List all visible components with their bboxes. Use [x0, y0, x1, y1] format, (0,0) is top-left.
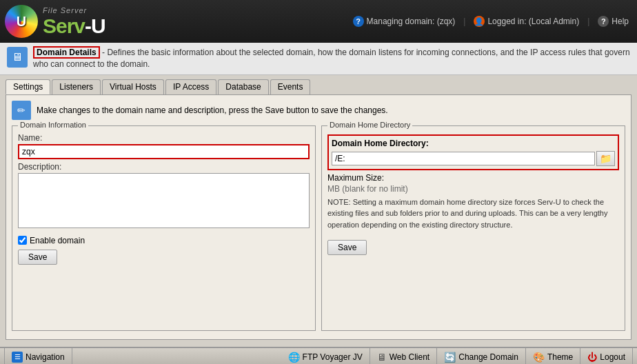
domain-information-panel: Domain Information Name: Description: En… [12, 125, 316, 331]
description-label: Description: [18, 162, 310, 172]
enable-domain-checkbox[interactable] [18, 236, 27, 245]
save-hint: ✏ Make changes to the domain name and de… [12, 101, 625, 120]
save-button-left[interactable]: Save [18, 250, 57, 265]
managing-domain-icon: ? [353, 16, 364, 27]
tab-ip-access[interactable]: IP Access [165, 79, 216, 94]
domain-details-title: Domain Details [33, 46, 100, 59]
home-dir-box: Domain Home Directory: 📁 [327, 134, 619, 170]
navigation-icon: ☰ [12, 352, 23, 363]
theme-button[interactable]: 🎨 Theme [526, 348, 580, 364]
save-hint-text: Make changes to the domain name and desc… [37, 105, 388, 115]
header-right: ? Managing domain: (zqx) | 👤 Logged in: … [353, 16, 629, 27]
theme-label: Theme [547, 352, 573, 362]
enable-domain-label: Enable domain [30, 236, 85, 245]
navigation-label: Navigation [26, 352, 65, 362]
help-icon: ? [598, 16, 609, 27]
web-client-button[interactable]: 🖥 Web Client [370, 348, 437, 364]
logo-area: U File Server Serv-U [0, 0, 105, 43]
save-button-right[interactable]: Save [327, 240, 367, 255]
domain-home-directory-title: Domain Home Directory [327, 121, 412, 129]
domain-bar: 🖥 Domain Details - Defines the basic inf… [0, 43, 637, 75]
domain-bar-description: Defines the basic information about the … [33, 48, 630, 69]
managing-domain-link[interactable]: ? Managing domain: (zqx) [353, 16, 456, 27]
help-text: Help [611, 17, 629, 26]
ftp-voyager-label: FTP Voyager JV [303, 352, 363, 362]
logo-circle: U [5, 5, 38, 38]
tabs: Settings Listeners Virtual Hosts IP Acce… [6, 79, 631, 94]
ftp-voyager-icon: 🌐 [288, 352, 300, 363]
logout-label: Logout [600, 352, 625, 362]
tab-content: ✏ Make changes to the domain name and de… [6, 94, 631, 340]
logout-button[interactable]: ⏻ Logout [580, 348, 633, 364]
tab-events[interactable]: Events [270, 79, 311, 94]
description-textarea[interactable] [18, 173, 310, 228]
logout-icon: ⏻ [587, 352, 597, 363]
brand-label: Serv-U [43, 16, 105, 37]
header: U File Server Serv-U ? Managing domain: … [0, 0, 637, 43]
home-dir-label: Domain Home Directory: [332, 139, 615, 148]
footer: ☰ Navigation 🌐 FTP Voyager JV 🖥 Web Clie… [0, 347, 637, 364]
name-input[interactable] [18, 144, 310, 159]
theme-icon: 🎨 [533, 352, 545, 363]
logo-icon: U [0, 0, 43, 43]
main-content: Settings Listeners Virtual Hosts IP Acce… [0, 75, 637, 347]
domain-bar-icon: 🖥 [7, 47, 28, 68]
tab-listeners[interactable]: Listeners [52, 79, 101, 94]
max-size-label: Maximum Size: [327, 173, 619, 183]
logged-in-icon: 👤 [474, 16, 485, 27]
mb-hint: MB (blank for no limit) [327, 184, 619, 194]
logged-in-link[interactable]: 👤 Logged in: (Local Admin) [474, 16, 579, 27]
content-cols: Domain Information Name: Description: En… [12, 125, 625, 331]
help-link[interactable]: ? Help [598, 16, 629, 27]
domain-information-title: Domain Information [18, 121, 88, 129]
managing-domain-text: Managing domain: (zqx) [367, 17, 456, 26]
web-client-label: Web Client [390, 352, 429, 362]
note-text: NOTE: Setting a maximum domain home dire… [327, 196, 619, 231]
dir-input-row: 📁 [332, 151, 615, 166]
change-domain-icon: 🔄 [444, 352, 456, 363]
domain-bar-text: Domain Details - Defines the basic infor… [33, 47, 630, 70]
logo-text: File Server Serv-U [43, 6, 105, 37]
browse-button[interactable]: 📁 [596, 151, 615, 166]
home-dir-input[interactable] [332, 152, 595, 165]
file-server-label: File Server [43, 6, 105, 14]
tab-virtual-hosts[interactable]: Virtual Hosts [102, 79, 164, 94]
change-domain-label: Change Domain [458, 352, 518, 362]
logged-in-text: Logged in: (Local Admin) [487, 17, 579, 26]
pencil-icon: ✏ [12, 101, 31, 120]
change-domain-button[interactable]: 🔄 Change Domain [437, 348, 526, 364]
enable-domain-row: Enable domain [18, 236, 310, 245]
tab-database[interactable]: Database [218, 79, 268, 94]
ftp-voyager-button[interactable]: 🌐 FTP Voyager JV [281, 348, 370, 364]
name-label: Name: [18, 133, 310, 143]
domain-home-directory-panel: Domain Home Directory Domain Home Direct… [321, 125, 625, 331]
navigation-button[interactable]: ☰ Navigation [4, 348, 72, 364]
tab-settings[interactable]: Settings [6, 79, 50, 94]
web-client-icon: 🖥 [377, 352, 387, 363]
